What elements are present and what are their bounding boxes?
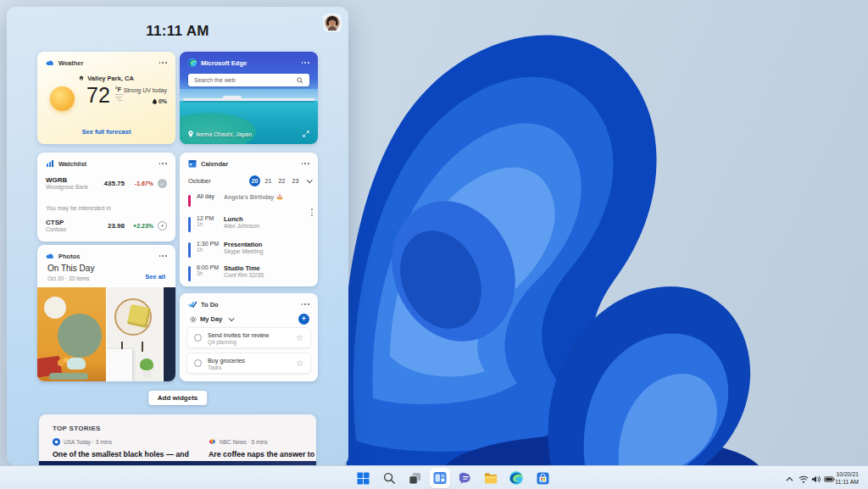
- unit-celsius[interactable]: °C: [115, 96, 125, 102]
- event-duration: 3h: [197, 270, 224, 276]
- stock-symbol: CTSP: [46, 219, 98, 226]
- chat-button[interactable]: [455, 468, 476, 488]
- file-explorer-button[interactable]: [481, 468, 501, 488]
- event-title: Lunch: [224, 215, 259, 223]
- calendar-more-options[interactable]: [300, 160, 311, 167]
- weather-title: Weather: [58, 59, 83, 67]
- watchlist-row[interactable]: CTSP Contoso 23.98 +2.23% +: [46, 217, 167, 234]
- event-duration: 1h: [197, 221, 224, 227]
- calendar-day[interactable]: 23: [290, 175, 301, 186]
- edge-photo-caption: Ikema Ohashi, Japan: [196, 131, 252, 137]
- add-to-watchlist-button[interactable]: +: [158, 221, 167, 231]
- wifi-icon: [798, 475, 809, 484]
- unit-divider: [115, 94, 124, 95]
- tray-date: 10/20/21: [826, 470, 859, 478]
- search-button[interactable]: [379, 468, 399, 488]
- todo-list-selector[interactable]: My Day: [200, 315, 222, 323]
- weather-precipitation: 0%: [159, 98, 167, 104]
- calendar-day[interactable]: 21: [263, 175, 274, 186]
- news-story[interactable]: NBC News · 5 mins Are coffee naps the an…: [209, 438, 316, 458]
- todo-more-options[interactable]: [300, 301, 311, 308]
- add-widgets-button[interactable]: Add widgets: [148, 391, 208, 405]
- wallpaper-bloom: [339, 0, 868, 465]
- widgets-button[interactable]: [430, 468, 450, 488]
- task-checkbox[interactable]: [194, 359, 202, 367]
- task-star-icon[interactable]: ☆: [296, 334, 303, 342]
- event-color-bar: [188, 266, 191, 281]
- stock-company: Contoso: [46, 226, 98, 232]
- photo-collage[interactable]: [37, 287, 175, 381]
- photos-widget[interactable]: Photos On This Day Oct 20 · 33 items See…: [37, 245, 175, 381]
- todo-list-chevron-icon[interactable]: [229, 315, 235, 321]
- task-checkbox[interactable]: [194, 334, 202, 342]
- user-avatar[interactable]: [323, 14, 342, 32]
- watchlist-added-icon[interactable]: ✓: [158, 179, 167, 188]
- file-explorer-icon: [484, 472, 498, 485]
- task-title: Buy groceries: [208, 357, 245, 364]
- event-subtitle: Conf Rm 32/35: [224, 272, 264, 278]
- watchlist-suggestion-label: You may be interested in: [46, 205, 111, 211]
- calendar-day[interactable]: 22: [276, 175, 287, 186]
- event-more-options[interactable]: [311, 208, 313, 216]
- edge-icon: [509, 471, 523, 485]
- weather-more-options[interactable]: [158, 59, 169, 66]
- chevron-up-icon: [785, 475, 794, 484]
- usa-today-logo: [53, 438, 60, 446]
- see-all-link[interactable]: See all: [145, 273, 165, 281]
- photos-icon: [46, 252, 54, 260]
- calendar-event[interactable]: All day Angela's Birthday: [188, 193, 306, 208]
- stock-symbol: WGRB: [46, 176, 98, 184]
- volume-status-icon[interactable]: [811, 472, 821, 487]
- todo-icon: [188, 300, 197, 308]
- edge-browser-button[interactable]: [506, 468, 526, 488]
- add-task-button[interactable]: +: [298, 314, 309, 325]
- wifi-status-icon[interactable]: [798, 472, 809, 487]
- todo-widget[interactable]: To Do My Day +: [180, 293, 318, 381]
- start-button[interactable]: [353, 468, 373, 488]
- watchlist-more-options[interactable]: [158, 160, 169, 167]
- calendar-widget[interactable]: Calendar October 20 21 22 23 All day Ang…: [180, 153, 318, 286]
- weather-location: Valley Park, CA: [87, 75, 134, 82]
- story-headline: Are coffee naps the answer to your: [209, 450, 316, 458]
- store-button[interactable]: [532, 468, 553, 488]
- edge-more-options[interactable]: [300, 59, 311, 66]
- task-star-icon[interactable]: ☆: [296, 359, 303, 368]
- event-title: Presentation: [224, 241, 263, 248]
- calendar-day-selected[interactable]: 20: [249, 175, 260, 186]
- event-time: 12 PM: [197, 215, 224, 221]
- edge-photo-bridge: [183, 98, 314, 101]
- task-item[interactable]: Buy groceries Tasks ☆: [186, 353, 311, 374]
- stock-change: -1.67%: [125, 181, 153, 186]
- watchlist-row[interactable]: WGRB Woodgrove Bank 435.75 -1.67% ✓: [46, 175, 167, 192]
- photo-thumbnail[interactable]: [37, 287, 106, 381]
- calendar-expand-chevron-icon[interactable]: [307, 177, 313, 183]
- sun-icon: [50, 86, 75, 111]
- birthday-cake-icon: [276, 193, 283, 200]
- task-item[interactable]: Send invites for review Q4 planning ☆: [186, 327, 311, 348]
- see-full-forecast-link[interactable]: See full forecast: [37, 128, 175, 136]
- task-view-button[interactable]: [404, 468, 425, 488]
- photos-more-options[interactable]: [158, 253, 169, 259]
- calendar-month: October: [188, 177, 211, 185]
- calendar-event[interactable]: 1:30 PM 1h Presentation Skype Meeting: [188, 241, 306, 261]
- calendar-event[interactable]: 6:00 PM 3h Studio Time Conf Rm 32/35: [188, 264, 306, 285]
- photo-thumbnail[interactable]: [107, 287, 163, 381]
- calendar-event[interactable]: 12 PM 1h Lunch Alex Johnson: [188, 215, 306, 236]
- tray-show-hidden-icons-button[interactable]: [785, 472, 794, 487]
- expand-icon[interactable]: [303, 131, 309, 137]
- event-subtitle: Alex Johnson: [224, 223, 259, 229]
- tray-clock[interactable]: 10/20/21 11:11 AM: [826, 470, 859, 486]
- news-story[interactable]: USA Today · 3 mins One of the smallest b…: [53, 438, 197, 458]
- edge-widget[interactable]: Microsoft Edge Search the web Ikema Ohas…: [180, 52, 318, 144]
- edge-search-placeholder: Search the web: [194, 77, 236, 83]
- speaker-icon: [811, 475, 821, 484]
- photo-thumbnail[interactable]: [164, 287, 175, 381]
- edge-icon: [188, 58, 197, 67]
- edge-search-input[interactable]: Search the web: [188, 74, 309, 86]
- weather-widget[interactable]: Weather Valley Park, CA 72 °F °C Strong …: [37, 52, 175, 144]
- task-title: Send invites for review: [208, 331, 269, 339]
- story-headline: One of the smallest black holes — and: [53, 450, 197, 458]
- event-time: All day: [197, 193, 224, 199]
- watchlist-widget[interactable]: Watchlist WGRB Woodgrove Bank 435.75 -1.…: [37, 153, 175, 242]
- event-color-bar: [188, 217, 191, 232]
